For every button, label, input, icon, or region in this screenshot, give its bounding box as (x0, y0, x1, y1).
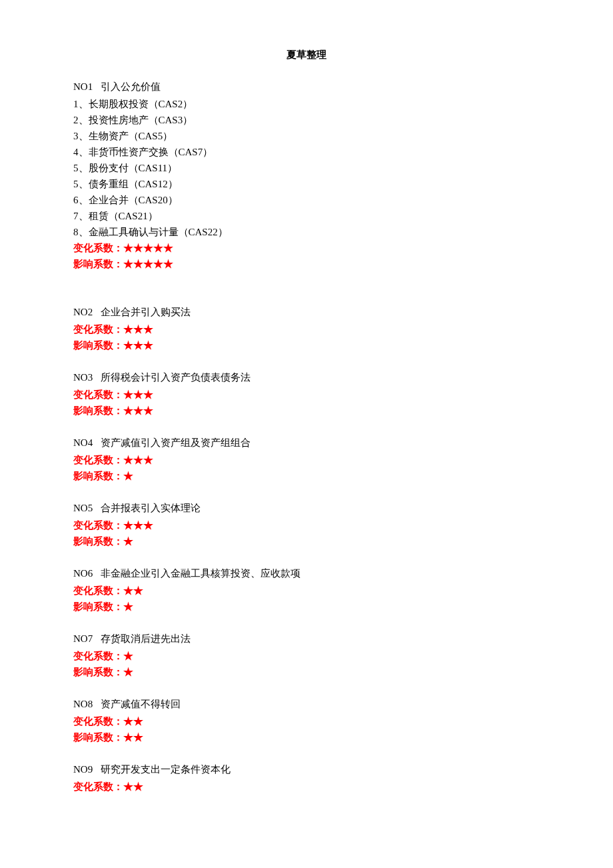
impact-label: 影响系数： (73, 732, 123, 743)
item-number: 2、 (73, 115, 89, 125)
impact-label: 影响系数： (73, 259, 123, 269)
star-rating: ★★★ (123, 520, 153, 531)
star-rating: ★★★ (123, 324, 153, 335)
impact-label: 影响系数： (73, 536, 123, 547)
section-header: NO9研究开发支出一定条件资本化 (73, 761, 540, 777)
list-item: 5、股份支付（CAS11） (73, 160, 540, 176)
impact-coefficient: 影响系数：★★ (73, 729, 540, 745)
section-number: NO9 (73, 764, 93, 775)
item-number: 5、 (73, 163, 89, 173)
star-rating: ★ (123, 536, 133, 547)
section-number: NO8 (73, 699, 93, 709)
item-code: （CAS2） (149, 99, 193, 109)
item-code: （CAS3） (149, 115, 193, 125)
star-rating: ★★★★★ (123, 243, 173, 253)
section-header: NO1引入公允价值 (73, 79, 540, 95)
section: NO6非金融企业引入金融工具核算投资、应收款项变化系数：★★影响系数：★ (73, 565, 540, 615)
star-rating: ★★★ (123, 389, 153, 400)
impact-label: 影响系数： (73, 667, 123, 677)
change-coefficient: 变化系数：★★★ (73, 517, 540, 533)
star-rating: ★★ (123, 585, 143, 596)
impact-coefficient: 影响系数：★ (73, 664, 540, 680)
section-heading: 所得税会计引入资产负债表债务法 (101, 372, 251, 383)
list-item: 8、金融工具确认与计量（CAS22） (73, 224, 540, 240)
section: NO7存货取消后进先出法变化系数：★影响系数：★ (73, 631, 540, 680)
item-number: 8、 (73, 227, 89, 237)
page-title: 夏草整理 (73, 47, 540, 63)
item-number: 5、 (73, 179, 89, 189)
list-item: 4、非货币性资产交换（CAS7） (73, 144, 540, 160)
section: NO1引入公允价值1、长期股权投资（CAS2）2、投资性房地产（CAS3）3、生… (73, 79, 540, 272)
item-code: （CAS22） (179, 227, 228, 237)
change-coefficient: 变化系数：★★★ (73, 387, 540, 403)
section-heading: 企业合并引入购买法 (101, 307, 191, 317)
change-label: 变化系数： (73, 520, 123, 531)
section-heading: 合并报表引入实体理论 (101, 503, 201, 513)
impact-coefficient: 影响系数：★★★★★ (73, 256, 540, 272)
list-item: 2、投资性房地产（CAS3） (73, 112, 540, 128)
impact-coefficient: 影响系数：★★★ (73, 337, 540, 353)
section-header: NO7存货取消后进先出法 (73, 631, 540, 647)
impact-label: 影响系数： (73, 471, 123, 481)
star-rating: ★★ (123, 716, 143, 727)
impact-coefficient: 影响系数：★ (73, 533, 540, 549)
list-item: 5、债务重组（CAS12） (73, 176, 540, 192)
item-text: 债务重组 (89, 179, 129, 189)
section-number: NO6 (73, 568, 93, 579)
change-label: 变化系数： (73, 716, 123, 727)
impact-coefficient: 影响系数：★ (73, 599, 540, 615)
section-header: NO8资产减值不得转回 (73, 696, 540, 712)
item-text: 投资性房地产 (89, 115, 149, 125)
impact-label: 影响系数： (73, 405, 123, 416)
change-label: 变化系数： (73, 585, 123, 596)
item-number: 6、 (73, 195, 89, 205)
item-number: 1、 (73, 99, 89, 109)
section-header: NO5合并报表引入实体理论 (73, 500, 540, 516)
change-label: 变化系数： (73, 455, 123, 465)
section-number: NO1 (73, 81, 93, 92)
impact-label: 影响系数： (73, 340, 123, 351)
star-rating: ★ (123, 667, 133, 677)
item-text: 股份支付 (89, 163, 129, 173)
section-number: NO7 (73, 633, 93, 644)
item-code: （CAS20） (129, 195, 178, 205)
section-header: NO4资产减值引入资产组及资产组组合 (73, 435, 540, 451)
section-heading: 研究开发支出一定条件资本化 (101, 764, 231, 775)
section-header: NO3所得税会计引入资产负债表债务法 (73, 369, 540, 385)
change-label: 变化系数： (73, 324, 123, 335)
change-coefficient: 变化系数：★★ (73, 583, 540, 599)
section-number: NO2 (73, 307, 93, 317)
change-coefficient: 变化系数：★★★ (73, 452, 540, 468)
item-text: 租赁 (89, 211, 109, 221)
item-code: （CAS12） (129, 179, 178, 189)
change-label: 变化系数： (73, 389, 123, 400)
section: NO3所得税会计引入资产负债表债务法变化系数：★★★影响系数：★★★ (73, 369, 540, 419)
section: NO4资产减值引入资产组及资产组组合变化系数：★★★影响系数：★ (73, 435, 540, 484)
list-item: 1、长期股权投资（CAS2） (73, 96, 540, 112)
star-rating: ★★ (123, 781, 143, 792)
change-label: 变化系数： (73, 243, 123, 253)
list-item: 3、生物资产（CAS5） (73, 128, 540, 144)
star-rating: ★ (123, 601, 133, 612)
change-label: 变化系数： (73, 781, 123, 792)
change-coefficient: 变化系数：★★ (73, 713, 540, 729)
section-number: NO5 (73, 503, 93, 513)
change-coefficient: 变化系数：★★ (73, 779, 540, 795)
item-text: 非货币性资产交换 (89, 147, 169, 157)
section-heading: 资产减值不得转回 (101, 699, 181, 709)
section-number: NO4 (73, 437, 93, 448)
impact-coefficient: 影响系数：★ (73, 468, 540, 484)
change-coefficient: 变化系数：★★★★★ (73, 240, 540, 256)
item-text: 金融工具确认与计量 (89, 227, 179, 237)
star-rating: ★★★ (123, 455, 153, 465)
section-number: NO3 (73, 372, 93, 383)
section-heading: 引入公允价值 (101, 81, 161, 92)
impact-label: 影响系数： (73, 601, 123, 612)
list-item: 7、租赁（CAS21） (73, 208, 540, 224)
impact-coefficient: 影响系数：★★★ (73, 403, 540, 419)
section: NO8资产减值不得转回变化系数：★★影响系数：★★ (73, 696, 540, 745)
star-rating: ★★★ (123, 405, 153, 416)
section-header: NO6非金融企业引入金融工具核算投资、应收款项 (73, 565, 540, 581)
item-code: （CAS7） (169, 147, 213, 157)
star-rating: ★★★★★ (123, 259, 173, 269)
